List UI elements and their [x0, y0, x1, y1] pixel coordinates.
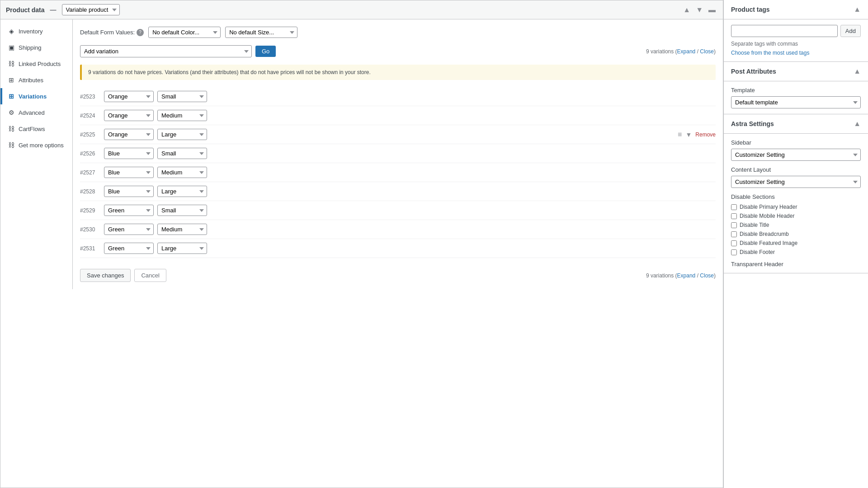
product-tags-header[interactable]: Product tags ▲ — [724, 0, 868, 19]
shipping-icon: ▣ — [8, 44, 15, 51]
sidebar-select[interactable]: Customizer Setting — [731, 149, 861, 161]
astra-settings-section: Astra Settings ▲ Sidebar Customizer Sett… — [724, 114, 868, 273]
size-default-select[interactable]: No default Size... Small Medium Large — [225, 27, 297, 38]
variation-size-2528[interactable]: SmallMediumLarge — [157, 186, 207, 197]
panel-body: ◈ Inventory ▣ Shipping ⛓ Linked Products… — [0, 19, 723, 289]
variation-color-2529[interactable]: OrangeBlueGreen — [104, 205, 154, 216]
close-link-bottom[interactable]: Close — [700, 272, 714, 279]
tags-input[interactable] — [731, 25, 838, 37]
variation-color-2525[interactable]: OrangeBlueGreen — [104, 129, 154, 140]
product-type-select[interactable]: Variable product — [62, 4, 120, 15]
variation-color-2531[interactable]: OrangeBlueGreen — [104, 243, 154, 254]
variation-color-2527[interactable]: OrangeBlueGreen — [104, 167, 154, 178]
variation-color-2524[interactable]: OrangeBlueGreen — [104, 110, 154, 121]
save-changes-button[interactable]: Save changes — [80, 269, 131, 282]
disable-title-checkbox[interactable] — [731, 222, 737, 228]
variation-row: #2528 OrangeBlueGreen SmallMediumLarge — [80, 182, 716, 201]
sidebar-field-label: Sidebar — [731, 139, 861, 146]
add-tag-button[interactable]: Add — [840, 25, 861, 37]
variation-row: #2531 OrangeBlueGreen SmallMediumLarge — [80, 239, 716, 258]
content-layout-select[interactable]: Customizer Setting — [731, 176, 861, 188]
variation-color-2528[interactable]: OrangeBlueGreen — [104, 186, 154, 197]
go-button[interactable]: Go — [255, 46, 276, 57]
content-layout-field: Content Layout Customizer Setting — [731, 166, 861, 188]
astra-settings-header[interactable]: Astra Settings ▲ — [724, 114, 868, 134]
sidebar-item-shipping[interactable]: ▣ Shipping — [0, 39, 72, 56]
collapse-down-btn[interactable]: ▼ — [694, 5, 705, 15]
variation-size-2531[interactable]: SmallMediumLarge — [157, 243, 207, 254]
sidebar-item-attributes-label: Attributes — [19, 77, 43, 84]
variations-count-bottom: 9 variations (Expand / Close) — [646, 272, 716, 279]
template-select[interactable]: Default template — [731, 96, 861, 108]
sidebar-item-get-more-options-label: Get more options — [19, 142, 64, 149]
variation-id-2524: #2524 — [80, 113, 100, 119]
expand-link-bottom[interactable]: Expand — [677, 272, 696, 279]
variation-size-2527[interactable]: SmallMediumLarge — [157, 167, 207, 178]
product-data-header: Product data — Variable product ▲ ▼ ▬ — [0, 0, 723, 19]
tags-input-row: Add — [731, 25, 861, 37]
disable-sections-label: Disable Sections — [731, 193, 861, 200]
drag-icon-2525[interactable]: ≡ — [678, 131, 682, 139]
variations-list: #2523 OrangeBlueGreen SmallMediumLarge #… — [80, 87, 716, 258]
astra-settings-body: Sidebar Customizer Setting Content Layou… — [724, 134, 868, 273]
variation-id-2529: #2529 — [80, 207, 100, 214]
minimize-btn[interactable]: ▬ — [707, 5, 717, 15]
variation-id-2530: #2530 — [80, 226, 100, 233]
variations-icon: ⊞ — [8, 93, 15, 100]
product-tags-section: Product tags ▲ Add Separate tags with co… — [724, 0, 868, 62]
variation-size-2529[interactable]: SmallMediumLarge — [157, 205, 207, 216]
variation-color-2530[interactable]: OrangeBlueGreen — [104, 224, 154, 235]
collapse-up-btn[interactable]: ▲ — [681, 5, 692, 15]
bottom-bar: Save changes Cancel 9 variations (Expand… — [80, 262, 716, 282]
variation-size-2523[interactable]: SmallMediumLarge — [157, 91, 207, 102]
sidebar-item-variations-label: Variations — [19, 93, 47, 100]
sidebar-item-linked-products[interactable]: ⛓ Linked Products — [0, 56, 72, 72]
sidebar-item-get-more-options[interactable]: ⛓ Get more options — [0, 137, 72, 153]
remove-link-2525[interactable]: Remove — [695, 131, 716, 138]
close-link-top[interactable]: Close — [700, 48, 714, 55]
expand-icon-2525[interactable]: ▼ — [685, 131, 692, 138]
variation-row: #2529 OrangeBlueGreen SmallMediumLarge — [80, 201, 716, 220]
header-separator: — — [50, 6, 57, 14]
add-variation-select[interactable]: Add variation — [80, 45, 252, 57]
help-icon[interactable]: ? — [137, 29, 144, 36]
checkbox-disable-title: Disable Title — [731, 222, 861, 228]
variation-color-2526[interactable]: OrangeBlueGreen — [104, 148, 154, 159]
checkbox-disable-breadcrumb: Disable Breadcrumb — [731, 231, 861, 237]
sidebar-item-attributes[interactable]: ⊞ Attributes — [0, 72, 72, 88]
variation-row: #2526 OrangeBlueGreen SmallMediumLarge — [80, 144, 716, 163]
post-attributes-header[interactable]: Post Attributes ▲ — [724, 62, 868, 81]
choose-tags-link[interactable]: Choose from the most used tags — [731, 50, 861, 56]
disable-footer-checkbox[interactable] — [731, 249, 737, 255]
main-content: Default Form Values: ? No default Color.… — [73, 19, 723, 289]
variation-size-2530[interactable]: SmallMediumLarge — [157, 224, 207, 235]
variation-id-2527: #2527 — [80, 169, 100, 176]
transparent-header-label: Transparent Header — [731, 261, 861, 267]
sidebar-field: Sidebar Customizer Setting — [731, 139, 861, 161]
disable-featured-image-label: Disable Featured Image — [740, 240, 797, 246]
variation-size-2526[interactable]: SmallMediumLarge — [157, 148, 207, 159]
sidebar-item-advanced-label: Advanced — [19, 109, 45, 116]
color-default-select[interactable]: No default Color... Orange Blue Green — [148, 27, 221, 38]
disable-mobile-header-label: Disable Mobile Header — [740, 213, 794, 219]
astra-settings-toggle-icon: ▲ — [854, 120, 861, 128]
astra-settings-title: Astra Settings — [731, 120, 774, 127]
sidebar-item-inventory[interactable]: ◈ Inventory — [0, 23, 72, 39]
cancel-button[interactable]: Cancel — [134, 269, 166, 282]
sidebar-item-cartflows[interactable]: ⛓ CartFlows — [0, 121, 72, 137]
variation-color-2523[interactable]: OrangeBlueGreen — [104, 91, 154, 102]
sidebar-item-cartflows-label: CartFlows — [19, 126, 45, 132]
content-layout-label: Content Layout — [731, 166, 861, 173]
sidebar-item-advanced[interactable]: ⚙ Advanced — [0, 104, 72, 121]
disable-mobile-header-checkbox[interactable] — [731, 213, 737, 219]
disable-breadcrumb-checkbox[interactable] — [731, 231, 737, 237]
sidebar-item-variations[interactable]: ⊞ Variations — [0, 88, 72, 104]
expand-link-top[interactable]: Expand — [677, 48, 696, 55]
variations-count-top: 9 variations (Expand / Close) — [646, 48, 716, 55]
template-label: Template — [731, 87, 861, 94]
variation-size-2524[interactable]: SmallMediumLarge — [157, 110, 207, 121]
variation-size-2525[interactable]: SmallMediumLarge — [157, 129, 207, 140]
disable-featured-image-checkbox[interactable] — [731, 240, 737, 246]
bottom-bar-left: Save changes Cancel — [80, 269, 166, 282]
disable-primary-header-checkbox[interactable] — [731, 204, 737, 210]
